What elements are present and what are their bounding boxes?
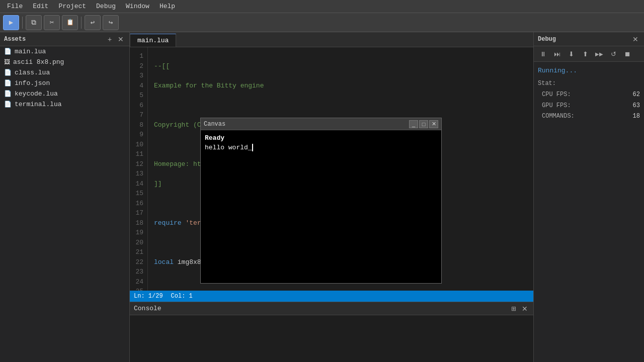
sidebar-item-keycode-lua[interactable]: 📄 keycode.lua (0, 88, 129, 99)
paste-icon: 📋 (66, 19, 74, 26)
tab-main-lua[interactable]: main.lua (130, 34, 176, 47)
sidebar-item-label-info: info.json (15, 79, 50, 87)
canvas-text-content: hello world_ (205, 144, 252, 151)
undo-button[interactable]: ↩ (85, 15, 101, 30)
menu-edit[interactable]: Edit (28, 2, 53, 11)
paste-button[interactable]: 📋 (62, 15, 78, 30)
console-expand-button[interactable]: ⊞ (509, 304, 518, 313)
cut-button[interactable]: ✂ (44, 15, 60, 30)
assets-title: Assets (4, 36, 26, 43)
debug-cpu-val: 62 (633, 89, 640, 101)
copy-icon: ⧉ (31, 19, 36, 27)
assets-panel: Assets + ✕ 📄 main.lua 🖼 ascii 8x8.png 📄 … (0, 32, 130, 362)
menu-window[interactable]: Window (121, 2, 154, 11)
debug-running-status: Running... (538, 65, 640, 76)
sidebar-item-label-class: class.lua (15, 69, 50, 76)
file-icon-ascii: 🖼 (4, 58, 10, 66)
menu-help[interactable]: Help (154, 2, 180, 11)
line-numbers: 12345 678910 1112131415 1617181920 21222… (130, 47, 148, 291)
debug-gpu-label: GPU FPS: (542, 101, 571, 112)
copy-button[interactable]: ⧉ (26, 15, 42, 30)
sidebar-item-label-main: main.lua (15, 48, 46, 55)
debug-header: Debug ✕ (534, 32, 644, 46)
debug-step-into-button[interactable]: ⬇ (565, 48, 577, 59)
console-body (130, 315, 533, 362)
sidebar-item-label-terminal: terminal.lua (15, 101, 62, 108)
file-icon-info: 📄 (4, 79, 12, 87)
status-col: Col: 1 (171, 293, 193, 300)
undo-icon: ↩ (91, 18, 95, 27)
toolbar-sep-2 (81, 17, 82, 29)
debug-cmd-label: COMMANDS: (542, 111, 575, 122)
console-close-button[interactable]: ✕ (520, 304, 529, 313)
assets-header-buttons: + ✕ (105, 35, 125, 44)
canvas-body: Ready hello world_ (201, 130, 441, 283)
debug-gpu-row: GPU FPS: 63 (538, 101, 640, 112)
sidebar-item-class-lua[interactable]: 📄 class.lua (0, 67, 129, 78)
sidebar-item-terminal-lua[interactable]: 📄 terminal.lua (0, 99, 129, 110)
canvas-output-text: hello world_ (205, 144, 437, 151)
sidebar-item-label-ascii: ascii 8x8.png (13, 58, 64, 66)
toolbar: ▶ ⧉ ✂ 📋 ↩ ↪ (0, 13, 644, 32)
tab-bar: main.lua (130, 32, 533, 47)
console-panel: Console ⊞ ✕ (130, 302, 533, 362)
console-header-buttons: ⊞ ✕ (509, 304, 529, 313)
canvas-controls: _ □ ✕ (409, 120, 438, 128)
canvas-cursor (252, 144, 253, 151)
canvas-title: Canvas (204, 121, 225, 128)
debug-pause-button[interactable]: ⏸ (537, 48, 549, 59)
redo-button[interactable]: ↪ (103, 15, 119, 30)
debug-cpu-label: CPU FPS: (542, 89, 571, 101)
code-line-2: Example for the Bitty engine (154, 81, 527, 91)
sidebar-item-ascii-png[interactable]: 🖼 ascii 8x8.png (0, 57, 129, 67)
debug-cmd-val: 18 (633, 111, 640, 122)
menu-project[interactable]: Project (53, 2, 91, 11)
redo-icon: ↪ (109, 18, 113, 27)
code-line-1: --[[ (154, 61, 527, 71)
assets-add-button[interactable]: + (105, 35, 114, 44)
assets-header: Assets + ✕ (0, 32, 129, 46)
file-icon-terminal: 📄 (4, 101, 12, 108)
debug-step-over-button[interactable]: ⏭ (551, 48, 563, 59)
menu-debug[interactable]: Debug (91, 2, 121, 11)
debug-stat-label: Stat: (538, 80, 556, 87)
debug-continue-button[interactable]: ▶▶ (593, 48, 605, 59)
assets-close-button[interactable]: ✕ (116, 35, 125, 44)
sidebar-item-label-keycode: keycode.lua (15, 90, 58, 98)
debug-content: Running... Stat: CPU FPS: 62 GPU FPS: 63… (534, 62, 644, 125)
menu-file[interactable]: File (2, 2, 28, 11)
canvas-close-button[interactable]: ✕ (429, 120, 438, 128)
code-line-3 (154, 101, 527, 111)
main-area: Assets + ✕ 📄 main.lua 🖼 ascii 8x8.png 📄 … (0, 32, 644, 362)
debug-gpu-val: 63 (633, 101, 640, 112)
debug-restart-button[interactable]: ↺ (607, 48, 619, 59)
console-header: Console ⊞ ✕ (130, 302, 533, 315)
debug-step-out-button[interactable]: ⬆ (579, 48, 591, 59)
run-button[interactable]: ▶ (3, 15, 19, 30)
debug-stop-button[interactable]: ⏹ (621, 48, 633, 59)
run-icon: ▶ (9, 18, 13, 27)
canvas-minimize-button[interactable]: _ (409, 120, 418, 128)
editor-area: main.lua 12345 678910 1112131415 1617181… (130, 32, 533, 362)
menubar: File Edit Project Debug Window Help (0, 0, 644, 13)
canvas-maximize-button[interactable]: □ (419, 120, 428, 128)
canvas-popup: Canvas _ □ ✕ Ready hello world_ (200, 118, 442, 284)
file-icon-keycode: 📄 (4, 90, 12, 98)
debug-close-button[interactable]: ✕ (631, 35, 640, 44)
canvas-ready-text: Ready (205, 134, 437, 142)
toolbar-sep-1 (22, 17, 23, 29)
canvas-titlebar: Canvas _ □ ✕ (201, 118, 441, 130)
debug-cpu-row: CPU FPS: 62 (538, 89, 640, 101)
debug-title: Debug (538, 36, 556, 43)
cut-icon: ✂ (50, 18, 54, 27)
sidebar-item-info-json[interactable]: 📄 info.json (0, 78, 129, 88)
debug-cmd-row: COMMANDS: 18 (538, 111, 640, 122)
console-title: Console (134, 305, 162, 312)
debug-panel: Debug ✕ ⏸ ⏭ ⬇ ⬆ ▶▶ ↺ ⏹ Running... Stat: … (533, 32, 644, 362)
sidebar-item-main-lua[interactable]: 📄 main.lua (0, 46, 129, 57)
status-ln: Ln: 1/29 (134, 293, 163, 300)
tab-label-main: main.lua (137, 37, 169, 44)
debug-stat-row: Stat: (538, 78, 640, 89)
debug-toolbar: ⏸ ⏭ ⬇ ⬆ ▶▶ ↺ ⏹ (534, 46, 644, 62)
file-icon-class: 📄 (4, 69, 12, 76)
